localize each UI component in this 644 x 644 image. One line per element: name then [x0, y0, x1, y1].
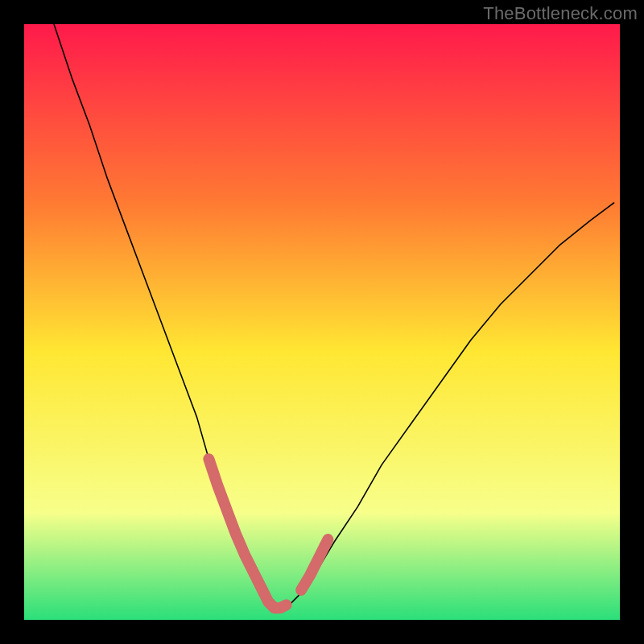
gradient-background	[24, 24, 620, 620]
chart-frame: TheBottleneck.com	[0, 0, 644, 644]
chart-svg	[24, 24, 620, 620]
plot-area	[24, 24, 620, 620]
watermark-label: TheBottleneck.com	[483, 3, 638, 24]
